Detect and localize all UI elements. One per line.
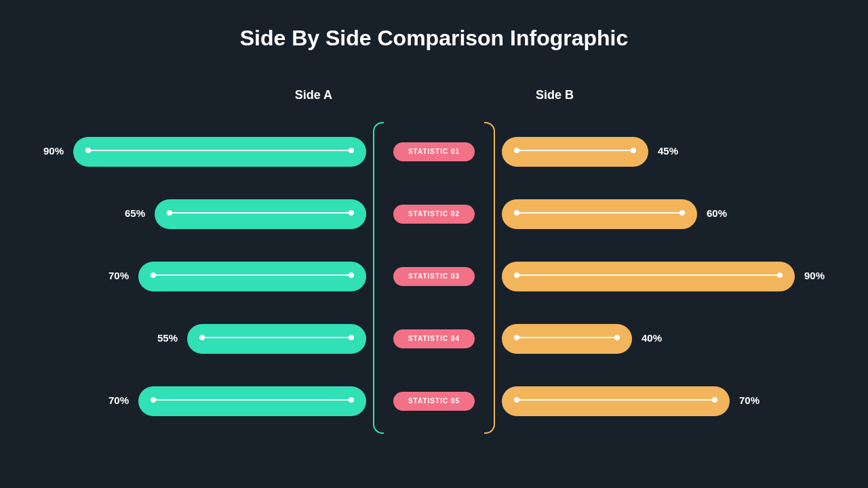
side-b-track xyxy=(517,212,682,214)
side-a-dot-start xyxy=(349,272,354,278)
side-a-percent: 70% xyxy=(108,394,129,406)
side-b-bar xyxy=(502,199,697,229)
side-a-dot-end xyxy=(151,397,156,403)
side-a-header: Side A xyxy=(0,88,373,102)
chart-row: 70%STATISTIC 0570% xyxy=(0,385,868,447)
side-a-dot-start xyxy=(349,148,354,153)
side-b-header: Side B xyxy=(495,88,868,102)
side-a-dot-end xyxy=(151,272,156,278)
side-b-dot-end xyxy=(679,210,685,216)
side-b-track xyxy=(517,399,715,401)
side-b-dot-start xyxy=(514,210,519,216)
side-a-dot-start xyxy=(349,397,354,403)
chart-row: 55%STATISTIC 0440% xyxy=(0,323,868,385)
side-b-percent: 40% xyxy=(642,332,662,344)
chart-rows: 90%STATISTIC 0145%65%STATISTIC 0260%70%S… xyxy=(0,136,868,447)
side-b-bar xyxy=(502,324,632,354)
side-b-dot-end xyxy=(631,148,636,153)
chart-row: 65%STATISTIC 0260% xyxy=(0,198,868,260)
side-b-dot-end xyxy=(777,272,783,278)
side-b-dot-start xyxy=(514,397,519,403)
stat-label: STATISTIC 04 xyxy=(393,329,475,348)
side-a-track xyxy=(170,212,351,214)
side-a-dot-end xyxy=(199,335,205,340)
side-a-percent: 90% xyxy=(43,145,64,157)
chart-row: 90%STATISTIC 0145% xyxy=(0,136,868,198)
side-b-dot-start xyxy=(514,272,519,278)
side-a-bar xyxy=(73,137,366,167)
side-a-dot-start xyxy=(349,335,354,340)
side-a-bar xyxy=(155,199,366,229)
side-b-percent: 70% xyxy=(739,394,760,406)
side-b-dot-start xyxy=(514,148,519,153)
side-a-percent: 65% xyxy=(125,207,145,219)
chart-row: 70%STATISTIC 0390% xyxy=(0,260,868,323)
side-a-track xyxy=(153,399,351,401)
side-b-percent: 60% xyxy=(707,207,727,219)
side-b-percent: 45% xyxy=(658,145,678,157)
side-b-dot-end xyxy=(614,335,620,340)
side-b-dot-start xyxy=(514,335,519,340)
side-b-bar xyxy=(502,137,648,167)
side-a-bar xyxy=(187,324,366,354)
side-a-dot-end xyxy=(167,210,172,216)
stat-label: STATISTIC 01 xyxy=(393,142,475,161)
side-a-track xyxy=(202,337,351,338)
side-b-bar xyxy=(502,262,795,291)
side-b-track xyxy=(517,150,633,151)
side-b-bar xyxy=(502,386,730,416)
stat-label: STATISTIC 02 xyxy=(393,205,475,224)
side-b-dot-end xyxy=(712,397,717,403)
side-b-percent: 90% xyxy=(804,270,825,281)
side-a-track xyxy=(88,150,351,151)
stat-label: STATISTIC 03 xyxy=(393,267,475,286)
side-a-dot-end xyxy=(85,148,91,153)
side-a-track xyxy=(153,274,351,276)
side-a-percent: 55% xyxy=(157,332,178,344)
side-a-bar xyxy=(138,386,366,416)
side-b-track xyxy=(517,337,617,338)
comparison-chart: Side A Side B xyxy=(0,88,868,122)
side-b-track xyxy=(517,274,780,276)
side-a-dot-start xyxy=(349,210,354,216)
chart-title: Side By Side Comparison Infographic xyxy=(0,0,868,51)
stat-label: STATISTIC 05 xyxy=(393,392,475,411)
side-a-percent: 70% xyxy=(108,270,129,281)
side-a-bar xyxy=(138,262,366,291)
